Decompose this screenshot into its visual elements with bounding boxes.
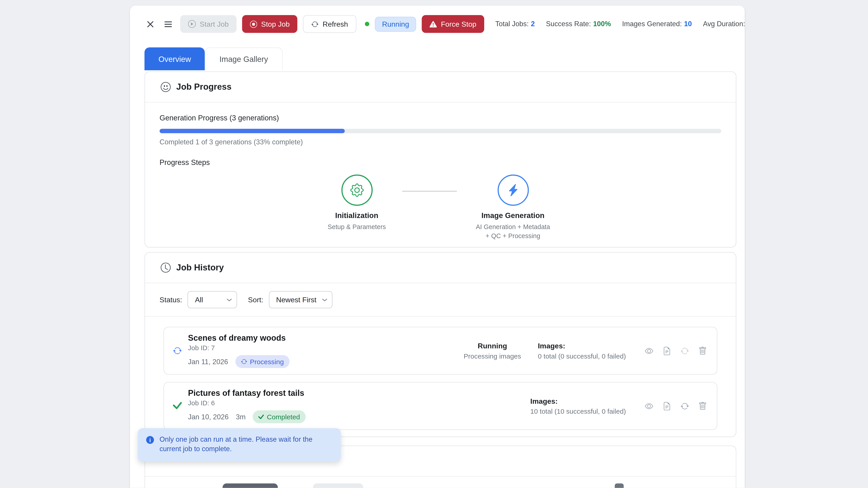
rerun-job-button[interactable] (680, 346, 690, 356)
stat-images-generated: Images Generated:10 (622, 20, 692, 28)
close-button[interactable] (145, 18, 156, 30)
step-image-generation-title: Image Generation (460, 211, 566, 220)
completed-badge: Completed (253, 410, 306, 423)
step-initialization: Initialization Setup & Parameters (315, 174, 399, 231)
delete-job-button[interactable] (698, 346, 708, 356)
job-history-filters: Status: All Sort: Newest First (145, 284, 736, 317)
job-actions (644, 346, 708, 356)
job-duration: 3m (236, 413, 246, 421)
refresh-icon (681, 402, 689, 410)
job-title: Scenes of dreamy woods (188, 334, 289, 343)
refresh-icon (241, 359, 247, 365)
processing-spinner-icon (173, 346, 182, 355)
check-icon (173, 401, 182, 410)
generation-progress-label: Generation Progress (3 generations) (160, 113, 721, 122)
partial-button[interactable] (223, 484, 278, 488)
generation-progress-bar (160, 129, 721, 133)
view-job-button[interactable] (644, 400, 654, 411)
partial-card-content (145, 477, 736, 488)
refresh-icon (311, 20, 319, 28)
info-toast: i Only one job can run at a time. Please… (138, 428, 341, 461)
eye-icon (645, 347, 653, 355)
partial-button[interactable] (313, 484, 363, 488)
step-initialization-circle (341, 174, 372, 205)
job-images-column: Images: 10 total (10 successful, 0 faile… (530, 397, 626, 415)
start-icon (188, 20, 196, 28)
info-icon: i (146, 436, 154, 444)
app: Start Job Stop Job Refresh Running (0, 0, 868, 488)
job-history-card: Job History Status: All Sort: Newest Fir… (145, 252, 736, 437)
tab-bar: Overview Image Gallery (145, 47, 745, 70)
stop-job-button[interactable]: Stop Job (242, 15, 298, 33)
refresh-button[interactable]: Refresh (303, 15, 356, 33)
job-history-header: Job History (145, 253, 736, 284)
step-initialization-title: Initialization (315, 211, 399, 220)
job-progress-title: Job Progress (176, 82, 231, 92)
progress-steps: Initialization Setup & Parameters Image … (160, 174, 721, 240)
chevron-down-icon (227, 297, 232, 303)
toast-message: Only one job can run at a time. Please w… (160, 435, 332, 454)
job-id: Job ID: 7 (188, 344, 289, 352)
step-initialization-subtitle: Setup & Parameters (318, 223, 396, 232)
sort-select[interactable]: Newest First (269, 291, 333, 308)
step-image-generation-subtitle: AI Generation + Metadata + QC + Processi… (474, 223, 552, 240)
view-job-button[interactable] (644, 346, 654, 356)
job-status-column: Running Processing images (464, 341, 521, 360)
force-stop-label: Force Stop (441, 20, 476, 28)
eye-icon (645, 402, 653, 410)
start-job-button[interactable]: Start Job (180, 15, 237, 33)
partial-icon (615, 484, 624, 488)
job-date: Jan 10, 2026 (188, 413, 229, 421)
start-job-label: Start Job (200, 20, 229, 28)
job-actions (644, 400, 708, 411)
stat-total-jobs: Total Jobs:2 (495, 20, 535, 28)
file-icon (663, 347, 671, 355)
running-status-badge: Running (375, 17, 416, 32)
trash-icon (699, 347, 707, 355)
clock-icon (161, 263, 170, 273)
job-date: Jan 11, 2026 (188, 358, 228, 366)
job-history-title: Job History (176, 263, 224, 273)
job-progress-icon (161, 82, 170, 92)
status-filter-label: Status: (160, 296, 182, 304)
stop-job-label: Stop Job (261, 20, 290, 28)
job-images-column: Images: 0 total (0 successful, 0 failed) (538, 341, 626, 360)
page-container: Start Job Stop Job Refresh Running (130, 6, 745, 488)
gear-icon (350, 184, 364, 197)
step-connector-line (402, 191, 457, 192)
force-stop-button[interactable]: Force Stop (422, 15, 484, 33)
tab-overview[interactable]: Overview (145, 47, 205, 70)
running-status-dot (365, 22, 369, 26)
status-filter-value: All (195, 296, 203, 304)
sort-label: Sort: (248, 296, 264, 304)
stat-success-rate: Success Rate:100% (546, 20, 611, 28)
toolbar-stats: Total Jobs:2 Success Rate:100% Images Ge… (495, 20, 745, 28)
rerun-job-button[interactable] (680, 400, 690, 411)
job-logs-button[interactable] (662, 346, 672, 356)
job-progress-header: Job Progress (145, 72, 736, 103)
processing-badge: Processing (235, 355, 289, 368)
job-progress-body: Generation Progress (3 generations) Comp… (145, 103, 736, 247)
status-filter-select[interactable]: All (188, 291, 237, 308)
chevron-down-icon (322, 297, 328, 303)
refresh-label: Refresh (322, 20, 348, 28)
file-icon (663, 402, 671, 410)
job-id: Job ID: 6 (188, 399, 306, 407)
tab-image-gallery[interactable]: Image Gallery (205, 47, 283, 70)
progress-steps-label: Progress Steps (160, 158, 721, 167)
step-image-generation-circle (497, 174, 528, 205)
job-history-item-6[interactable]: Pictures of fantasy forest tails Job ID:… (163, 382, 717, 430)
job-history-item-7[interactable]: Scenes of dreamy woods Job ID: 7 Jan 11,… (163, 327, 717, 375)
step-image-generation: Image Generation AI Generation + Metadat… (460, 174, 566, 240)
menu-button[interactable] (162, 18, 175, 31)
job-logs-button[interactable] (662, 400, 672, 411)
delete-job-button[interactable] (698, 400, 708, 411)
check-icon (258, 414, 264, 420)
job-list: Scenes of dreamy woods Job ID: 7 Jan 11,… (145, 317, 736, 437)
job-title: Pictures of fantasy forest tails (188, 389, 306, 398)
job-progress-card: Job Progress Generation Progress (3 gene… (145, 71, 736, 248)
stat-avg-duration: Avg Duration:226s (703, 20, 745, 28)
stop-icon (250, 20, 257, 28)
menu-icon (163, 19, 173, 29)
toolbar: Start Job Stop Job Refresh Running (145, 14, 737, 33)
